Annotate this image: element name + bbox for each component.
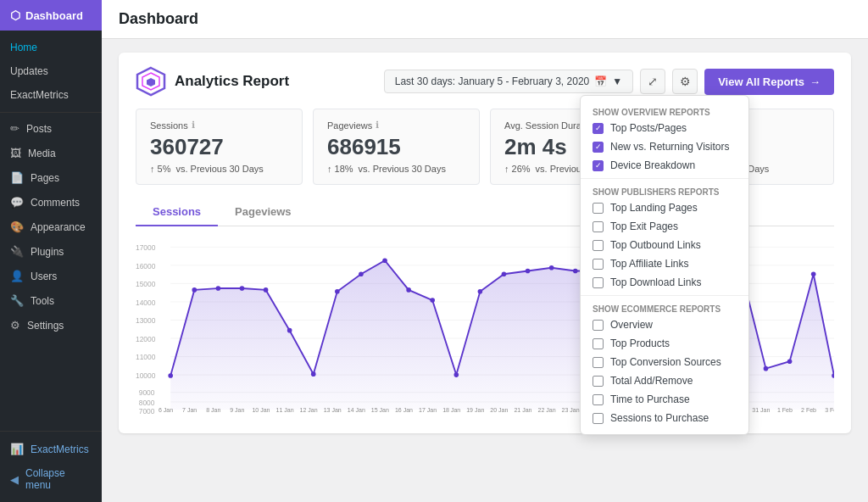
overview-section-label: Show Overview Reports — [581, 103, 748, 119]
sidebar-item-exactmetrics-top[interactable]: ExactMetrics — [0, 83, 102, 107]
sessions-change-text: vs. Previous 30 Days — [175, 164, 263, 174]
sidebar-item-tools[interactable]: 🔧 Tools — [0, 288, 102, 313]
checkbox-top-affiliate[interactable] — [593, 259, 604, 270]
dropdown-top-exit[interactable]: Top Exit Pages — [581, 217, 748, 236]
checkbox-overview[interactable] — [593, 320, 604, 331]
dropdown-top-landing[interactable]: Top Landing Pages — [581, 198, 748, 217]
exactmetrics-logo — [136, 66, 166, 97]
plugins-label: Plugins — [31, 246, 64, 258]
checkbox-time-to-purchase[interactable] — [593, 394, 604, 405]
divider-1 — [581, 178, 748, 179]
tab-sessions[interactable]: Sessions — [136, 198, 218, 226]
svg-text:6 Jan: 6 Jan — [159, 407, 173, 413]
svg-point-37 — [453, 372, 459, 377]
sidebar-item-posts[interactable]: ✏ Posts — [0, 116, 102, 141]
sidebar-item-appearance[interactable]: 🎨 Appearance — [0, 215, 102, 239]
sidebar-collapse-menu[interactable]: ◀ Collapse menu — [0, 461, 102, 497]
dropdown-top-affiliate[interactable]: Top Affiliate Links — [581, 254, 748, 273]
sidebar: ⬡ Dashboard Home Updates ExactMetrics ✏ … — [0, 0, 102, 502]
dropdown-top-download[interactable]: Top Download Links — [581, 273, 748, 292]
svg-point-33 — [359, 271, 364, 276]
sidebar-header[interactable]: ⬡ Dashboard — [0, 0, 102, 31]
svg-point-38 — [478, 289, 483, 294]
settings-label: Settings — [27, 320, 64, 332]
checkbox-top-landing[interactable] — [593, 203, 604, 214]
view-all-label: View All Reports — [718, 75, 804, 88]
svg-point-29 — [264, 287, 269, 293]
divider-2 — [581, 295, 748, 296]
publishers-section-label: Show Publishers Reports — [581, 182, 748, 198]
dropdown-top-posts[interactable]: ✓ Top Posts/Pages — [581, 119, 748, 137]
dropdown-overview[interactable]: Overview — [581, 315, 748, 334]
pageviews-change-pct: ↑ 18% — [327, 164, 353, 174]
checkbox-top-download[interactable] — [593, 277, 604, 288]
checkbox-device-breakdown[interactable]: ✓ — [593, 160, 604, 171]
pageviews-change: ↑ 18% vs. Previous 30 Days — [327, 164, 465, 174]
expand-button[interactable]: ⤢ — [640, 69, 665, 94]
tools-icon: 🔧 — [10, 294, 24, 307]
tab-pageviews[interactable]: Pageviews — [218, 198, 309, 226]
sidebar-item-settings[interactable]: ⚙ Settings — [0, 313, 102, 337]
dropdown-sessions-to-purchase[interactable]: Sessions to Purchase — [581, 409, 748, 427]
pageviews-info-icon[interactable]: ℹ — [376, 120, 379, 131]
svg-text:2 Feb: 2 Feb — [801, 407, 816, 413]
dropdown-new-returning[interactable]: ✓ New vs. Returning Visitors — [581, 137, 748, 156]
tab-sessions-label: Sessions — [153, 205, 201, 218]
page-header: Dashboard — [102, 0, 868, 39]
sidebar-item-users[interactable]: 👤 Users — [0, 264, 102, 288]
sidebar-item-pages[interactable]: 📄 Pages — [0, 165, 102, 190]
sidebar-item-updates[interactable]: Updates — [0, 59, 102, 83]
svg-text:9 Jan: 9 Jan — [230, 407, 244, 413]
svg-point-52 — [811, 271, 816, 276]
dropdown-top-outbound[interactable]: Top Outbound Links — [581, 236, 748, 254]
svg-text:22 Jan: 22 Jan — [537, 407, 555, 413]
sidebar-nav-top: Home Updates ExactMetrics — [0, 31, 102, 113]
ecommerce-section-label: Show eCommerce Reports — [581, 299, 748, 315]
checkbox-top-products[interactable] — [593, 338, 604, 349]
view-all-reports-button[interactable]: View All Reports → — [704, 69, 834, 95]
sessions-value: 360727 — [150, 134, 288, 160]
new-returning-label: New vs. Returning Visitors — [610, 141, 730, 153]
svg-text:17 Jan: 17 Jan — [419, 407, 437, 413]
svg-point-25 — [168, 373, 173, 378]
checkbox-top-exit[interactable] — [593, 221, 604, 232]
checkbox-top-posts[interactable]: ✓ — [593, 123, 604, 134]
checkbox-total-add-remove[interactable] — [593, 376, 604, 387]
top-conversion-label: Top Conversion Sources — [610, 356, 721, 368]
dropdown-top-products[interactable]: Top Products — [581, 334, 748, 353]
top-outbound-label: Top Outbound Links — [610, 239, 701, 251]
svg-text:19 Jan: 19 Jan — [466, 407, 484, 413]
checkbox-new-returning[interactable]: ✓ — [593, 142, 604, 153]
dropdown-top-conversion[interactable]: Top Conversion Sources — [581, 353, 748, 371]
date-range-button[interactable]: Last 30 days: January 5 - February 3, 20… — [384, 70, 633, 93]
svg-text:20 Jan: 20 Jan — [490, 407, 508, 413]
svg-text:15000: 15000 — [136, 280, 156, 288]
sidebar-item-comments[interactable]: 💬 Comments — [0, 190, 102, 215]
top-landing-label: Top Landing Pages — [610, 202, 698, 214]
sidebar-footer: 📊 ExactMetrics ◀ Collapse menu — [0, 431, 102, 502]
settings-gear-button[interactable]: ⚙ — [672, 69, 698, 94]
sidebar-item-media[interactable]: 🖼 Media — [0, 141, 102, 165]
media-label: Media — [28, 148, 56, 159]
dropdown-total-add-remove[interactable]: Total Add/Remove — [581, 371, 748, 390]
checkbox-top-outbound[interactable] — [593, 240, 604, 251]
pageviews-value: 686915 — [327, 134, 465, 160]
sidebar-item-plugins[interactable]: 🔌 Plugins — [0, 239, 102, 264]
sessions-label: Sessions ℹ — [150, 120, 288, 131]
checkbox-sessions-to-purchase[interactable] — [593, 413, 604, 424]
checkbox-top-conversion[interactable] — [593, 357, 604, 368]
svg-text:21 Jan: 21 Jan — [514, 407, 531, 413]
svg-text:11 Jan: 11 Jan — [275, 407, 293, 413]
sidebar-item-exactmetrics[interactable]: 📊 ExactMetrics — [0, 437, 102, 461]
pages-icon: 📄 — [10, 171, 24, 184]
collapse-icon: ◀ — [10, 473, 19, 486]
dropdown-device-breakdown[interactable]: ✓ Device Breakdown — [581, 156, 748, 175]
svg-text:1 Feb: 1 Feb — [777, 407, 793, 413]
svg-text:7000: 7000 — [139, 407, 155, 416]
page-title: Dashboard — [119, 10, 198, 27]
svg-text:16000: 16000 — [136, 262, 156, 271]
dropdown-time-to-purchase[interactable]: Time to Purchase — [581, 390, 748, 409]
sidebar-item-home[interactable]: Home — [0, 36, 102, 59]
sessions-info-icon[interactable]: ℹ — [192, 120, 195, 131]
svg-point-51 — [787, 359, 793, 364]
